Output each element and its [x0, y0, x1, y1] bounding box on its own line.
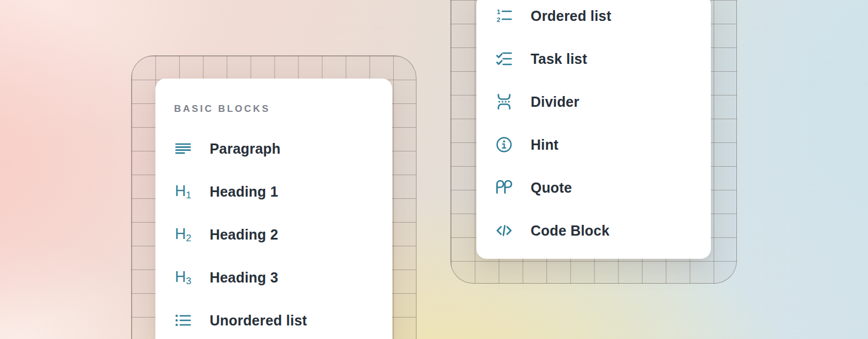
- basic-blocks-menu-panel: BASIC BLOCKS ParagraphH1Heading 1H2Headi…: [155, 79, 392, 339]
- basic-blocks-item-list: ParagraphH1Heading 1H2Heading 2H3Heading…: [155, 127, 392, 339]
- heading-3-icon: H3: [174, 268, 192, 286]
- menu-item-label: Divider: [531, 94, 579, 110]
- list-blocks-menu-panel: 12Ordered listTask listDividerHintQuoteC…: [476, 0, 711, 259]
- menu-item-paragraph[interactable]: Paragraph: [155, 127, 392, 170]
- task-list-icon: [495, 50, 513, 68]
- menu-item-heading-2[interactable]: H2Heading 2: [155, 213, 392, 256]
- menu-item-label: Heading 2: [210, 227, 278, 243]
- unordered-list-icon: [174, 311, 192, 329]
- heading-1-icon: H1: [174, 182, 192, 201]
- svg-text:2: 2: [497, 16, 500, 23]
- editor-blocks-illustration: BASIC BLOCKS ParagraphH1Heading 1H2Headi…: [0, 0, 868, 339]
- menu-item-code-block[interactable]: Code Block: [476, 209, 711, 252]
- menu-item-heading-1[interactable]: H1Heading 1: [155, 170, 392, 213]
- quote-icon: [495, 179, 513, 197]
- divider-icon: [495, 93, 513, 111]
- menu-item-label: Unordered list: [210, 312, 307, 329]
- paragraph-icon: [174, 140, 192, 158]
- menu-item-label: Task list: [531, 51, 587, 67]
- menu-item-unordered-list[interactable]: Unordered list: [155, 299, 392, 339]
- menu-item-quote[interactable]: Quote: [476, 166, 711, 209]
- menu-item-ordered-list[interactable]: 12Ordered list: [476, 0, 711, 37]
- code-block-icon: [495, 221, 513, 240]
- menu-item-label: Code Block: [531, 223, 610, 239]
- menu-item-label: Quote: [531, 180, 572, 196]
- menu-item-divider[interactable]: Divider: [476, 80, 711, 123]
- basic-blocks-header: BASIC BLOCKS: [155, 79, 392, 127]
- hint-icon: [495, 136, 513, 154]
- ordered-list-icon: 12: [495, 7, 513, 25]
- menu-item-task-list[interactable]: Task list: [476, 37, 711, 80]
- heading-2-icon: H2: [174, 225, 192, 244]
- menu-item-label: Heading 3: [210, 270, 278, 286]
- menu-item-label: Heading 1: [210, 184, 278, 200]
- menu-item-label: Hint: [531, 137, 558, 153]
- menu-item-label: Paragraph: [210, 141, 280, 157]
- list-blocks-item-list: 12Ordered listTask listDividerHintQuoteC…: [476, 0, 711, 252]
- menu-item-hint[interactable]: Hint: [476, 123, 711, 166]
- menu-item-label: Ordered list: [531, 8, 611, 24]
- menu-item-heading-3[interactable]: H3Heading 3: [155, 256, 392, 299]
- svg-text:1: 1: [497, 8, 501, 15]
